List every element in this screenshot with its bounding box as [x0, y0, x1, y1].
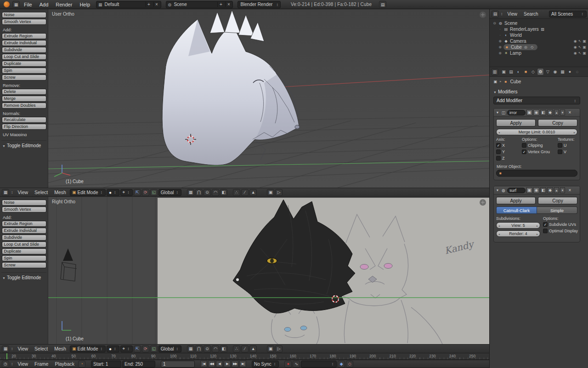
active-object-highlight[interactable]: ■ Cube ◎ ◇: [503, 44, 537, 50]
current-frame-field[interactable]: 1: [161, 361, 195, 368]
tool-loopcut-button[interactable]: Loop Cut and Slide: [2, 242, 46, 247]
editor-type-button[interactable]: ▤: [492, 11, 499, 17]
delete-modifier-button[interactable]: ×: [567, 188, 573, 193]
opengl-render-anim-icon[interactable]: ▷: [275, 189, 283, 196]
editor-type-button[interactable]: ◷: [2, 361, 9, 368]
delete-modifier-button[interactable]: ×: [567, 110, 573, 115]
edge-select-icon[interactable]: ∕: [241, 345, 249, 352]
renderability-camera-icon[interactable]: ▣: [582, 51, 586, 55]
cage-toggle-icon[interactable]: ◆: [547, 109, 553, 115]
timeline-playhead[interactable]: [6, 353, 7, 360]
tab-world[interactable]: ◐: [515, 68, 522, 75]
menu-file[interactable]: File: [21, 2, 35, 7]
optimal-display-checkbox[interactable]: Optimal Display: [543, 229, 578, 233]
viewport-user-ortho[interactable]: User Ortho (1) Cube: [48, 9, 489, 188]
tab-texture[interactable]: ▦: [559, 68, 566, 75]
tool-duplicate-button[interactable]: Duplicate: [2, 61, 46, 67]
modifier-name-field[interactable]: irror: [507, 110, 526, 115]
viewport-canvas[interactable]: [48, 9, 489, 188]
mode-dropdown[interactable]: ▣ Edit Mode ↕: [70, 345, 106, 352]
tab-object[interactable]: ■: [522, 68, 529, 75]
manipulator-rotate-button[interactable]: ⟳: [142, 189, 149, 196]
visibility-eye-icon[interactable]: ◉: [574, 39, 577, 43]
next-keyframe-button[interactable]: ▶▶: [232, 361, 238, 367]
editor-type-button[interactable]: ▥: [491, 69, 498, 75]
tab-physics[interactable]: ◌: [574, 68, 581, 75]
tab-scene[interactable]: ▤: [508, 68, 514, 75]
snap-element-icon[interactable]: ⊙: [204, 345, 211, 352]
tool-flip-direction-button[interactable]: Flip Direction: [2, 124, 46, 130]
expander-icon[interactable]: ⊕: [498, 45, 502, 49]
move-down-button[interactable]: ▾: [560, 109, 565, 115]
editmode-toggle-icon[interactable]: ◧: [540, 187, 546, 193]
vertex-groups-checkbox[interactable]: ✓Vertex Grou: [522, 150, 557, 154]
manipulator-scale-button[interactable]: ◱: [150, 189, 158, 196]
tool-screw-button[interactable]: Screw: [2, 75, 46, 80]
move-up-button[interactable]: ▴: [554, 187, 559, 193]
record-button[interactable]: ●: [284, 361, 292, 368]
editor-type-button[interactable]: ▦: [2, 345, 9, 352]
tool-spin-button[interactable]: Spin: [2, 255, 46, 261]
tool-extrude-individual-button[interactable]: Extrude Individual: [2, 228, 46, 234]
face-select-icon[interactable]: ▲: [249, 189, 257, 196]
sync-dropdown[interactable]: No Sync↕: [252, 361, 279, 368]
copy-button[interactable]: Copy: [538, 197, 577, 204]
tool-extrude-region-button[interactable]: Extrude Region: [2, 221, 46, 227]
viewport-canvas[interactable]: [48, 197, 489, 344]
increment-arrow-icon[interactable]: ▸: [537, 232, 538, 236]
subsurf-modifier-header[interactable]: ▼ ◍ surf ▣ ◉ ◧ ◆ ▴ ▾ ×: [494, 186, 580, 195]
tab-render[interactable]: ▣: [500, 68, 507, 75]
delete-scene-button[interactable]: ×: [225, 2, 232, 7]
selectability-arrow-icon[interactable]: ↖: [578, 39, 582, 43]
texture-v-checkbox[interactable]: V: [558, 150, 577, 154]
add-scene-button[interactable]: +: [217, 2, 224, 7]
tab-modifiers[interactable]: ⚙: [537, 68, 544, 75]
tab-object-data[interactable]: ▽: [544, 68, 551, 75]
delete-layout-button[interactable]: ×: [153, 2, 160, 7]
face-select-icon[interactable]: ▲: [249, 345, 257, 352]
insert-keyframe-icon[interactable]: ◆: [338, 361, 345, 368]
viewport-shading-dropdown[interactable]: ●↕: [107, 345, 119, 352]
decrement-arrow-icon[interactable]: ◂: [498, 131, 500, 134]
limit-selection-icon[interactable]: ◧: [220, 345, 227, 352]
expand-icon[interactable]: ▼: [495, 111, 500, 114]
realtime-toggle-icon[interactable]: ◉: [533, 187, 539, 193]
renderability-camera-icon[interactable]: ▣: [582, 39, 586, 43]
modifier-name-field[interactable]: surf: [507, 188, 526, 193]
prev-keyframe-button[interactable]: ◀◀: [208, 361, 215, 367]
mesh-menu[interactable]: Mesh: [51, 346, 69, 351]
subdivide-uvs-checkbox[interactable]: ✓Subdivide UVs: [543, 222, 578, 227]
axis-z-checkbox[interactable]: Z: [496, 156, 521, 161]
tool-delete-button[interactable]: Delete: [2, 89, 46, 95]
toggle-editmode-panel[interactable]: ▼Toggle Editmode: [1, 140, 46, 148]
manipulator-scale-button[interactable]: ◱: [150, 345, 158, 352]
orientation-dropdown[interactable]: Global↕: [158, 345, 181, 352]
opengl-render-icon[interactable]: ▣: [267, 189, 274, 196]
start-frame-field[interactable]: Start: 1: [91, 361, 121, 368]
limit-selection-icon[interactable]: ◧: [220, 189, 227, 196]
expander-icon[interactable]: ⊕: [498, 51, 502, 55]
move-down-button[interactable]: ▾: [560, 187, 565, 193]
outliner-search-menu[interactable]: Search: [521, 12, 541, 17]
tool-merge-button[interactable]: Merge: [2, 96, 46, 102]
snap-element-icon[interactable]: ⊙: [204, 189, 211, 196]
snap-magnet-icon[interactable]: ⋂: [195, 189, 203, 196]
tab-material[interactable]: ◉: [552, 68, 559, 75]
merge-limit-field[interactable]: ◂ Merge Limit: 0.0010 ▸: [496, 129, 577, 135]
increment-arrow-icon[interactable]: ▸: [537, 224, 538, 227]
tool-extrude-individual-button[interactable]: Extrude Individual: [2, 40, 46, 46]
outliner-view-menu[interactable]: View: [505, 12, 520, 17]
vertex-select-icon[interactable]: ∴: [233, 189, 240, 196]
window-icon[interactable]: ▤: [379, 1, 386, 8]
manipulator-rotate-button[interactable]: ⟳: [142, 345, 149, 352]
realtime-toggle-icon[interactable]: ◉: [533, 109, 539, 115]
menu-add[interactable]: Add: [36, 2, 52, 7]
select-menu[interactable]: Select: [32, 346, 51, 351]
editor-type-button[interactable]: ▦: [12, 1, 20, 8]
timeline-ruler[interactable]: 2030405060708090100110120130140150160170…: [0, 353, 489, 360]
pivot-dropdown[interactable]: ⌖↕: [120, 345, 133, 352]
tab-constraints[interactable]: ◇: [530, 68, 537, 75]
layers-icon[interactable]: ▦: [187, 189, 194, 196]
simple-button[interactable]: Simple: [537, 207, 577, 214]
selectability-arrow-icon[interactable]: ↖: [578, 45, 582, 49]
